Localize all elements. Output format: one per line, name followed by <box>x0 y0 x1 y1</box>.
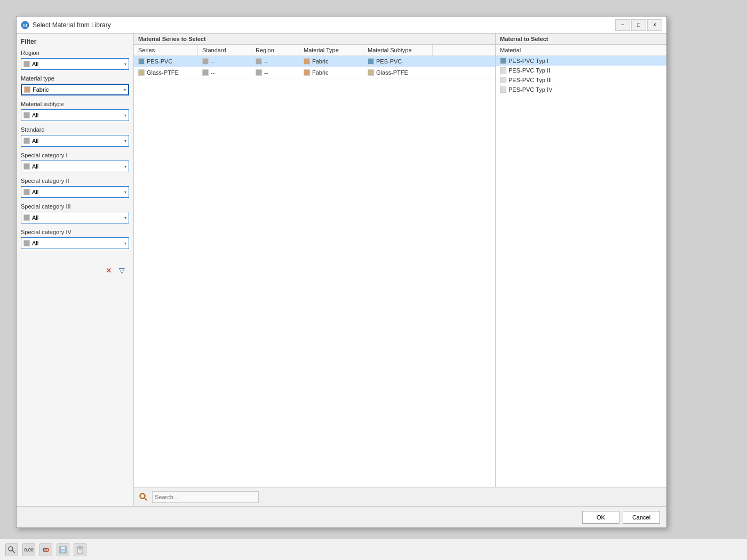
search-icon <box>138 492 149 502</box>
dialog-app-icon: M <box>21 21 29 29</box>
region-dropdown[interactable]: All ▾ <box>21 58 129 70</box>
svg-point-3 <box>141 494 144 498</box>
material-swatch-3 <box>500 77 506 83</box>
filter-group-standard: Standard All ▾ <box>21 126 129 147</box>
special-cat3-value: All <box>32 214 38 221</box>
special-cat2-label: Special category II <box>21 178 129 184</box>
svg-rect-9 <box>44 549 47 551</box>
titlebar-buttons: − □ × <box>615 19 662 31</box>
special-cat3-label: Special category III <box>21 203 129 210</box>
dialog-window: M Select Material from Library − □ × Fil… <box>16 16 667 528</box>
filter-funnel-icon[interactable]: ▽ <box>116 265 127 276</box>
series-column-headers: Series Standard Region Material Type Mat… <box>134 45 495 56</box>
region-swatch <box>23 61 30 67</box>
dialog-footer: OK Cancel <box>17 506 666 527</box>
special-cat2-value: All <box>32 189 38 195</box>
search-input[interactable] <box>152 491 259 503</box>
taskbar: 0.00 <box>0 539 747 560</box>
material-type-value: Fabric <box>33 86 49 93</box>
dialog-titlebar: M Select Material from Library − □ × <box>17 17 666 34</box>
taskbar-icon-save[interactable] <box>57 543 69 556</box>
material-label-3: PES-PVC Typ III <box>508 77 552 83</box>
region-label: Region <box>21 50 129 56</box>
maximize-button[interactable]: □ <box>631 19 646 31</box>
filter-group-material-type: Material type Fabric ▾ <box>21 75 129 95</box>
special-cat4-value: All <box>32 240 38 246</box>
special-cat3-swatch <box>23 214 30 221</box>
svg-rect-12 <box>61 550 65 553</box>
material-type-swatch <box>24 86 30 93</box>
series-swatch-1 <box>138 58 145 65</box>
taskbar-icon-clipboard[interactable] <box>74 543 86 556</box>
material-label-4: PES-PVC Typ IV <box>508 86 552 93</box>
special-cat4-dropdown[interactable]: All ▾ <box>21 237 129 249</box>
filter-title: Filter <box>21 38 129 45</box>
filter-group-material-subtype: Material subtype All ▾ <box>21 101 129 121</box>
material-subtype-dropdown[interactable]: All ▾ <box>21 109 129 121</box>
material-subtype-chevron-icon: ▾ <box>124 113 126 118</box>
standard-swatch-1 <box>202 58 209 65</box>
special-cat1-swatch <box>23 163 30 170</box>
standard-swatch <box>23 138 30 144</box>
standard-dropdown[interactable]: All ▾ <box>21 135 129 147</box>
taskbar-icon-value[interactable]: 0.00 <box>22 543 35 556</box>
material-type-dropdown[interactable]: Fabric ▾ <box>21 84 129 95</box>
special-cat3-dropdown[interactable]: All ▾ <box>21 212 129 223</box>
col-header-standard: Standard <box>198 45 251 55</box>
mattype-swatch-2 <box>304 69 310 76</box>
filter-clear-icon[interactable]: ✕ <box>104 265 114 276</box>
cancel-button[interactable]: Cancel <box>623 511 660 524</box>
special-cat4-label: Special category IV <box>21 229 129 235</box>
series-cell-name-2: Glass-PTFE <box>134 68 198 77</box>
material-type-chevron-icon: ▾ <box>124 87 126 92</box>
special-cat1-chevron-icon: ▾ <box>124 164 126 169</box>
material-panel-title: Material to Select <box>496 34 666 45</box>
filter-group-region: Region All ▾ <box>21 50 129 70</box>
region-swatch-2 <box>256 69 262 76</box>
special-cat4-chevron-icon: ▾ <box>124 241 126 246</box>
material-swatch-4 <box>500 86 506 93</box>
svg-line-6 <box>12 550 15 553</box>
material-col-header: Material <box>496 45 666 56</box>
minimize-button[interactable]: − <box>615 19 630 31</box>
series-cell-name-1: PES-PVC <box>134 57 198 66</box>
filter-group-special-cat4: Special category IV All ▾ <box>21 229 129 249</box>
filter-bottom-icons: ✕ ▽ <box>21 254 129 278</box>
special-cat1-dropdown[interactable]: All ▾ <box>21 161 129 172</box>
col-header-mat-type: Material Type <box>299 45 363 55</box>
taskbar-icon-search[interactable] <box>5 543 18 556</box>
series-panel: Material Series to Select Series Standar… <box>134 34 496 487</box>
series-cell-matsubtype-1: PES-PVC <box>363 57 433 66</box>
series-cell-mattype-2: Fabric <box>299 68 363 77</box>
series-row-glass-ptfe[interactable]: Glass-PTFE -- -- <box>134 67 495 78</box>
taskbar-icon-link[interactable] <box>39 543 52 556</box>
svg-line-4 <box>145 498 147 500</box>
matsubtype-swatch-1 <box>368 58 374 65</box>
material-item-4[interactable]: PES-PVC Typ IV <box>496 85 666 94</box>
dialog-title: Select Material from Library <box>33 21 612 29</box>
series-rows: PES-PVC -- -- <box>134 56 495 487</box>
main-area: Filter Region All ▾ Material type <box>17 34 666 506</box>
filter-panel: Filter Region All ▾ Material type <box>17 34 134 506</box>
filter-group-special-cat3: Special category III All ▾ <box>21 203 129 223</box>
material-rows: PES-PVC Typ I PES-PVC Typ II PES-PVC Typ… <box>496 56 666 487</box>
special-cat4-swatch <box>23 240 30 246</box>
material-item-1[interactable]: PES-PVC Typ I <box>496 56 666 66</box>
ok-button[interactable]: OK <box>582 511 619 524</box>
region-chevron-icon: ▾ <box>124 62 126 67</box>
special-cat2-chevron-icon: ▾ <box>124 190 126 195</box>
standard-chevron-icon: ▾ <box>124 139 126 143</box>
material-item-2[interactable]: PES-PVC Typ II <box>496 66 666 75</box>
special-cat2-dropdown[interactable]: All ▾ <box>21 186 129 198</box>
col-header-series: Series <box>134 45 198 55</box>
material-type-label: Material type <box>21 75 129 82</box>
standard-swatch-2 <box>202 69 209 76</box>
close-button[interactable]: × <box>647 19 662 31</box>
series-cell-region-2: -- <box>251 68 299 77</box>
material-item-3[interactable]: PES-PVC Typ III <box>496 75 666 85</box>
series-row-pes-pvc[interactable]: PES-PVC -- -- <box>134 56 495 67</box>
region-swatch-1 <box>256 58 262 65</box>
col-header-mat-subtype: Material Subtype <box>363 45 433 55</box>
material-swatch-1 <box>500 58 506 64</box>
material-swatch-2 <box>500 67 506 74</box>
